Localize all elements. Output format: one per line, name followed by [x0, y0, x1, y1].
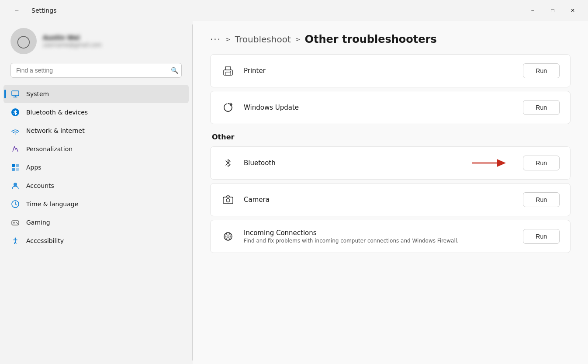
- search-box: 🔍: [10, 63, 182, 78]
- breadcrumb-troubleshoot[interactable]: Troubleshoot: [235, 34, 291, 45]
- user-info: Austin Wei username@gmail.com: [43, 34, 102, 48]
- nav-label-personalization: Personalization: [26, 146, 73, 153]
- minimize-button[interactable]: −: [522, 3, 543, 17]
- sidebar-item-time[interactable]: Time & language: [3, 195, 189, 213]
- nav-label-accessibility: Accessibility: [26, 237, 64, 244]
- bluetooth-arrow-indicator: [472, 158, 507, 168]
- nav-label-network: Network & internet: [26, 127, 85, 134]
- incoming-connections-text-group: Incoming ConnectionsFind and fix problem…: [244, 229, 514, 244]
- user-name: Austin Wei: [43, 34, 102, 41]
- breadcrumb-dots[interactable]: ···: [210, 34, 221, 45]
- sidebar-item-accessibility[interactable]: Accessibility: [3, 232, 189, 250]
- nav-label-system: System: [26, 90, 49, 97]
- titlebar: ← Settings − □ ✕: [0, 0, 588, 21]
- camera-run-button[interactable]: Run: [523, 192, 560, 207]
- breadcrumb: ··· > Troubleshoot > Other troubleshoote…: [193, 21, 588, 54]
- windows-update-text-group: Windows Update: [244, 104, 514, 111]
- printer-card-icon: [221, 64, 235, 78]
- camera-title: Camera: [244, 196, 514, 204]
- content-body: PrinterRunWindows UpdateRunOtherBluetoot…: [193, 54, 588, 274]
- svg-point-23: [226, 199, 230, 202]
- bluetooth-text-group: Bluetooth: [244, 159, 463, 167]
- gaming-nav-icon: [10, 218, 20, 227]
- bluetooth-card-icon: [221, 156, 235, 170]
- personalization-nav-icon: [10, 144, 20, 154]
- incoming-connections-run-button[interactable]: Run: [523, 229, 560, 244]
- close-button[interactable]: ✕: [563, 3, 583, 17]
- camera-text-group: Camera: [244, 196, 514, 204]
- sidebar-item-system[interactable]: System: [3, 85, 189, 103]
- network-nav-icon: [10, 126, 20, 135]
- sidebar-item-accounts[interactable]: Accounts: [3, 177, 189, 195]
- svg-rect-16: [225, 72, 231, 75]
- svg-point-13: [17, 223, 18, 224]
- bluetooth-title: Bluetooth: [244, 159, 463, 167]
- bluetooth-nav-icon: [10, 107, 20, 117]
- app-body: ◯ Austin Wei username@gmail.com 🔍 System…: [0, 21, 588, 364]
- svg-point-12: [16, 222, 17, 223]
- time-nav-icon: [10, 199, 20, 209]
- nav-label-bluetooth: Bluetooth & devices: [26, 109, 88, 116]
- printer-run-button[interactable]: Run: [523, 63, 560, 78]
- svg-rect-0: [12, 91, 19, 96]
- breadcrumb-sep-2: >: [295, 36, 301, 43]
- windows-update-title: Windows Update: [244, 104, 514, 111]
- incoming-connections-title: Incoming Connections: [244, 229, 514, 237]
- sidebar-item-apps[interactable]: Apps: [3, 158, 189, 177]
- back-button[interactable]: ←: [7, 3, 27, 17]
- titlebar-title: Settings: [31, 7, 56, 14]
- windows-update-run-button[interactable]: Run: [523, 100, 560, 115]
- system-nav-icon: [10, 89, 20, 99]
- content: ··· > Troubleshoot > Other troubleshoote…: [193, 21, 588, 364]
- breadcrumb-sep-1: >: [225, 36, 231, 43]
- sidebar-item-personalization[interactable]: Personalization: [3, 140, 189, 158]
- titlebar-left: ← Settings: [7, 3, 56, 17]
- incoming-connections-desc: Find and fix problems with incoming comp…: [244, 238, 462, 244]
- svg-rect-5: [12, 164, 15, 167]
- nav-label-gaming: Gaming: [26, 219, 50, 226]
- nav-label-time: Time & language: [26, 201, 78, 208]
- svg-rect-8: [16, 168, 19, 171]
- camera-card-icon: [221, 193, 235, 207]
- accessibility-nav-icon: [10, 236, 20, 246]
- user-email: username@gmail.com: [43, 42, 102, 48]
- avatar[interactable]: ◯: [10, 28, 37, 54]
- svg-point-17: [230, 71, 231, 72]
- bluetooth-run-button[interactable]: Run: [523, 156, 560, 170]
- printer-title: Printer: [244, 67, 514, 75]
- card-bluetooth: BluetoothRun: [210, 146, 571, 180]
- nav-label-apps: Apps: [26, 164, 42, 171]
- svg-point-14: [15, 238, 16, 239]
- apps-nav-icon: [10, 163, 20, 172]
- titlebar-controls: − □ ✕: [522, 3, 583, 17]
- svg-rect-7: [12, 168, 15, 171]
- sidebar-item-network[interactable]: Network & internet: [3, 121, 189, 140]
- accounts-nav-icon: [10, 181, 20, 191]
- search-icon-button[interactable]: 🔍: [171, 67, 178, 74]
- user-section: ◯ Austin Wei username@gmail.com: [0, 21, 192, 63]
- card-camera: CameraRun: [210, 183, 571, 216]
- svg-rect-6: [16, 164, 19, 167]
- svg-point-4: [15, 134, 16, 135]
- svg-rect-22: [223, 197, 233, 204]
- svg-point-9: [14, 183, 17, 186]
- card-printer: PrinterRun: [210, 54, 571, 87]
- breadcrumb-current: Other troubleshooters: [305, 33, 437, 45]
- incoming-connections-card-icon: [221, 229, 235, 243]
- windows-update-card-icon: [221, 101, 235, 114]
- user-icon: ◯: [17, 34, 30, 49]
- card-windows-update: Windows UpdateRun: [210, 91, 571, 124]
- search-input[interactable]: [10, 63, 182, 78]
- printer-text-group: Printer: [244, 67, 514, 75]
- nav-label-accounts: Accounts: [26, 182, 54, 189]
- sidebar: ◯ Austin Wei username@gmail.com 🔍 System…: [0, 21, 192, 364]
- sidebar-item-gaming[interactable]: Gaming: [3, 213, 189, 232]
- maximize-button[interactable]: □: [543, 3, 563, 17]
- nav-list: SystemBluetooth & devicesNetwork & inter…: [0, 83, 192, 252]
- sidebar-item-bluetooth[interactable]: Bluetooth & devices: [3, 103, 189, 121]
- other-section-label: Other: [210, 133, 571, 141]
- card-incoming-connections: Incoming ConnectionsFind and fix problem…: [210, 220, 571, 253]
